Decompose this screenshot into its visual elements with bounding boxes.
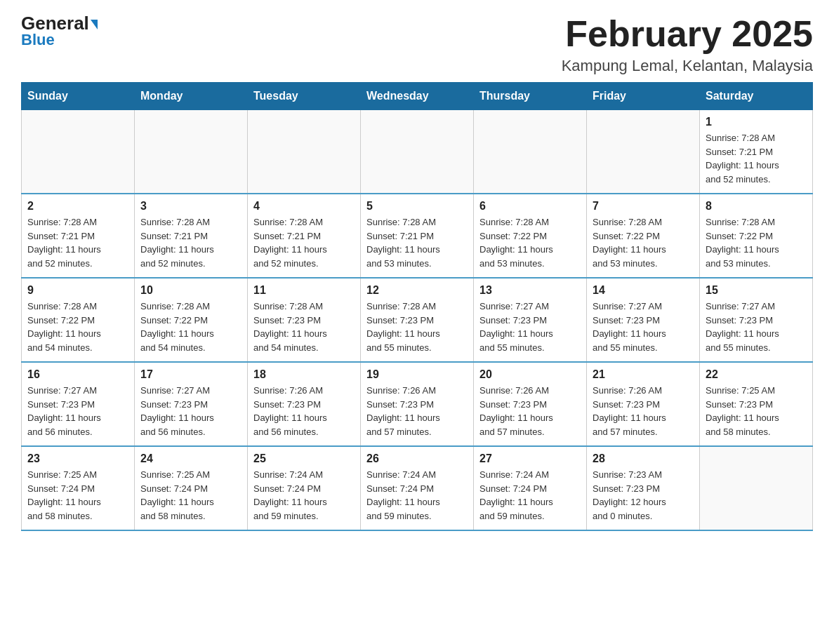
week-row-3: 9Sunrise: 7:28 AM Sunset: 7:22 PM Daylig… [22, 278, 813, 362]
header: General Blue February 2025 Kampung Lemal… [21, 14, 813, 75]
day-number: 14 [593, 284, 694, 297]
day-info: Sunrise: 7:27 AM Sunset: 7:23 PM Dayligh… [140, 384, 241, 438]
day-number: 8 [706, 200, 807, 213]
day-number: 4 [253, 200, 355, 213]
day-cell: 13Sunrise: 7:27 AM Sunset: 7:23 PM Dayli… [474, 278, 587, 362]
day-number: 7 [593, 200, 694, 213]
day-info: Sunrise: 7:27 AM Sunset: 7:23 PM Dayligh… [479, 300, 581, 354]
logo-blue: Blue [21, 31, 55, 49]
day-number: 15 [706, 284, 807, 297]
day-cell [135, 110, 248, 194]
day-info: Sunrise: 7:28 AM Sunset: 7:23 PM Dayligh… [366, 300, 468, 354]
day-info: Sunrise: 7:24 AM Sunset: 7:24 PM Dayligh… [479, 468, 581, 523]
day-info: Sunrise: 7:28 AM Sunset: 7:22 PM Dayligh… [140, 300, 241, 354]
week-row-2: 2Sunrise: 7:28 AM Sunset: 7:21 PM Daylig… [22, 194, 813, 278]
day-number: 1 [706, 116, 807, 128]
day-cell: 27Sunrise: 7:24 AM Sunset: 7:24 PM Dayli… [474, 446, 587, 530]
day-number: 24 [140, 452, 241, 465]
day-info: Sunrise: 7:28 AM Sunset: 7:22 PM Dayligh… [27, 300, 128, 354]
calendar: SundayMondayTuesdayWednesdayThursdayFrid… [21, 82, 813, 531]
day-cell: 6Sunrise: 7:28 AM Sunset: 7:22 PM Daylig… [474, 194, 587, 278]
day-cell [700, 446, 813, 530]
day-info: Sunrise: 7:26 AM Sunset: 7:23 PM Dayligh… [253, 384, 355, 438]
day-info: Sunrise: 7:28 AM Sunset: 7:21 PM Dayligh… [140, 215, 241, 270]
day-info: Sunrise: 7:28 AM Sunset: 7:21 PM Dayligh… [253, 215, 355, 270]
weekday-thursday: Thursday [474, 83, 587, 110]
day-info: Sunrise: 7:24 AM Sunset: 7:24 PM Dayligh… [366, 468, 468, 523]
day-number: 16 [27, 368, 128, 381]
week-row-5: 23Sunrise: 7:25 AM Sunset: 7:24 PM Dayli… [22, 446, 813, 530]
day-number: 12 [366, 284, 468, 297]
day-info: Sunrise: 7:28 AM Sunset: 7:22 PM Dayligh… [706, 215, 807, 270]
day-cell: 5Sunrise: 7:28 AM Sunset: 7:21 PM Daylig… [361, 194, 474, 278]
day-number: 28 [593, 452, 694, 465]
day-number: 19 [366, 368, 468, 381]
day-cell: 28Sunrise: 7:23 AM Sunset: 7:23 PM Dayli… [587, 446, 700, 530]
day-info: Sunrise: 7:25 AM Sunset: 7:23 PM Dayligh… [706, 384, 807, 438]
day-number: 20 [479, 368, 581, 381]
day-cell: 21Sunrise: 7:26 AM Sunset: 7:23 PM Dayli… [587, 362, 700, 446]
day-cell: 4Sunrise: 7:28 AM Sunset: 7:21 PM Daylig… [248, 194, 361, 278]
calendar-body: 1Sunrise: 7:28 AM Sunset: 7:21 PM Daylig… [22, 110, 813, 531]
day-number: 9 [27, 284, 128, 297]
day-number: 11 [253, 284, 355, 297]
day-cell: 18Sunrise: 7:26 AM Sunset: 7:23 PM Dayli… [248, 362, 361, 446]
day-cell: 15Sunrise: 7:27 AM Sunset: 7:23 PM Dayli… [700, 278, 813, 362]
day-number: 25 [253, 452, 355, 465]
day-cell [22, 110, 135, 194]
day-cell: 24Sunrise: 7:25 AM Sunset: 7:24 PM Dayli… [135, 446, 248, 530]
day-cell: 22Sunrise: 7:25 AM Sunset: 7:23 PM Dayli… [700, 362, 813, 446]
day-cell: 14Sunrise: 7:27 AM Sunset: 7:23 PM Dayli… [587, 278, 700, 362]
week-row-4: 16Sunrise: 7:27 AM Sunset: 7:23 PM Dayli… [22, 362, 813, 446]
calendar-header: SundayMondayTuesdayWednesdayThursdayFrid… [22, 83, 813, 110]
day-cell: 16Sunrise: 7:27 AM Sunset: 7:23 PM Dayli… [22, 362, 135, 446]
day-number: 6 [479, 200, 581, 213]
day-cell: 10Sunrise: 7:28 AM Sunset: 7:22 PM Dayli… [135, 278, 248, 362]
day-cell: 26Sunrise: 7:24 AM Sunset: 7:24 PM Dayli… [361, 446, 474, 530]
day-info: Sunrise: 7:26 AM Sunset: 7:23 PM Dayligh… [593, 384, 694, 438]
title-section: February 2025 Kampung Lemal, Kelantan, M… [562, 14, 813, 75]
day-cell: 9Sunrise: 7:28 AM Sunset: 7:22 PM Daylig… [22, 278, 135, 362]
logo-arrow-icon [91, 20, 98, 29]
day-number: 22 [706, 368, 807, 381]
day-cell: 7Sunrise: 7:28 AM Sunset: 7:22 PM Daylig… [587, 194, 700, 278]
week-row-1: 1Sunrise: 7:28 AM Sunset: 7:21 PM Daylig… [22, 110, 813, 194]
day-info: Sunrise: 7:28 AM Sunset: 7:21 PM Dayligh… [366, 215, 468, 270]
day-info: Sunrise: 7:28 AM Sunset: 7:21 PM Dayligh… [27, 215, 128, 270]
month-title: February 2025 [562, 14, 813, 54]
location-title: Kampung Lemal, Kelantan, Malaysia [562, 57, 813, 75]
day-number: 21 [593, 368, 694, 381]
day-number: 17 [140, 368, 241, 381]
day-number: 13 [479, 284, 581, 297]
day-number: 26 [366, 452, 468, 465]
day-cell [248, 110, 361, 194]
day-cell: 2Sunrise: 7:28 AM Sunset: 7:21 PM Daylig… [22, 194, 135, 278]
day-cell: 1Sunrise: 7:28 AM Sunset: 7:21 PM Daylig… [700, 110, 813, 194]
day-info: Sunrise: 7:28 AM Sunset: 7:22 PM Dayligh… [593, 215, 694, 270]
day-cell: 8Sunrise: 7:28 AM Sunset: 7:22 PM Daylig… [700, 194, 813, 278]
day-info: Sunrise: 7:25 AM Sunset: 7:24 PM Dayligh… [140, 468, 241, 523]
day-cell: 12Sunrise: 7:28 AM Sunset: 7:23 PM Dayli… [361, 278, 474, 362]
day-number: 2 [27, 200, 128, 213]
day-cell [587, 110, 700, 194]
day-cell: 17Sunrise: 7:27 AM Sunset: 7:23 PM Dayli… [135, 362, 248, 446]
day-cell: 3Sunrise: 7:28 AM Sunset: 7:21 PM Daylig… [135, 194, 248, 278]
weekday-friday: Friday [587, 83, 700, 110]
day-cell: 23Sunrise: 7:25 AM Sunset: 7:24 PM Dayli… [22, 446, 135, 530]
day-info: Sunrise: 7:25 AM Sunset: 7:24 PM Dayligh… [27, 468, 128, 523]
day-info: Sunrise: 7:27 AM Sunset: 7:23 PM Dayligh… [706, 300, 807, 354]
weekday-wednesday: Wednesday [361, 83, 474, 110]
day-cell [474, 110, 587, 194]
day-info: Sunrise: 7:27 AM Sunset: 7:23 PM Dayligh… [27, 384, 128, 438]
day-number: 18 [253, 368, 355, 381]
day-info: Sunrise: 7:28 AM Sunset: 7:23 PM Dayligh… [253, 300, 355, 354]
day-cell: 19Sunrise: 7:26 AM Sunset: 7:23 PM Dayli… [361, 362, 474, 446]
weekday-saturday: Saturday [700, 83, 813, 110]
day-info: Sunrise: 7:24 AM Sunset: 7:24 PM Dayligh… [253, 468, 355, 523]
day-info: Sunrise: 7:26 AM Sunset: 7:23 PM Dayligh… [366, 384, 468, 438]
weekday-monday: Monday [135, 83, 248, 110]
day-info: Sunrise: 7:23 AM Sunset: 7:23 PM Dayligh… [593, 468, 694, 523]
day-info: Sunrise: 7:27 AM Sunset: 7:23 PM Dayligh… [593, 300, 694, 354]
day-cell: 11Sunrise: 7:28 AM Sunset: 7:23 PM Dayli… [248, 278, 361, 362]
day-number: 23 [27, 452, 128, 465]
